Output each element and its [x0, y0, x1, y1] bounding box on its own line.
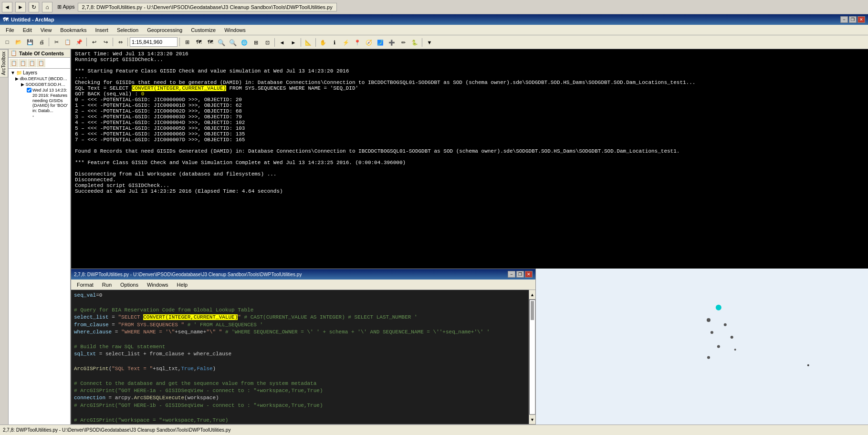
map-canvas[interactable] [536, 269, 868, 425]
tb-paste[interactable]: 📌 [74, 37, 84, 47]
tb-print[interactable]: 🖨 [36, 37, 47, 47]
tb-more[interactable]: ▼ [424, 37, 435, 48]
restore-button[interactable]: ❐ [849, 16, 857, 23]
python-code-editor[interactable]: seq_val=0 # Query for BIA Reservation Co… [71, 290, 529, 424]
tb-select1[interactable]: ⊞ [251, 37, 261, 48]
py-menu-options[interactable]: Options [116, 281, 142, 289]
tb-nav-fwd[interactable]: ► [288, 37, 299, 48]
tb-add-data[interactable]: ➕ [387, 37, 397, 48]
tb-pan[interactable]: ✋ [318, 37, 328, 48]
close-button[interactable]: ✕ [858, 16, 865, 23]
layer-checkbox[interactable] [27, 88, 31, 93]
map-dot-8[interactable] [807, 364, 809, 366]
tb-zoom-out[interactable]: 🔍 [228, 37, 238, 48]
scrollbar-down[interactable]: ▼ [529, 414, 535, 424]
home-button[interactable]: ⌂ [42, 2, 52, 12]
map-dot-6[interactable] [707, 356, 710, 359]
map-dot-cyan[interactable] [716, 305, 722, 311]
py-menu-run[interactable]: Run [98, 281, 115, 289]
tb-sep-5 [179, 38, 180, 46]
python-close[interactable]: ✕ [525, 271, 533, 278]
tb-zoom-in[interactable]: 🔍 [216, 37, 227, 48]
tb-globe[interactable]: 🌐 [239, 37, 250, 48]
scrollbar-up[interactable]: ▲ [529, 290, 535, 300]
menu-edit[interactable]: Edit [19, 26, 36, 34]
menu-file[interactable]: File [2, 26, 18, 34]
output-line-6: SQL Text = SELECT CONVERT(INTEGER,CURREN… [75, 85, 864, 91]
back-button[interactable]: ◄ [2, 2, 12, 12]
menu-insert[interactable]: Insert [91, 26, 112, 34]
scale-input[interactable] [130, 37, 178, 47]
menu-selection[interactable]: Selection [113, 26, 142, 34]
tb-python[interactable]: 🐍 [409, 37, 420, 48]
menu-bookmarks[interactable]: Bookmarks [56, 26, 90, 34]
toc-db-item[interactable]: ▶ dbo.DEFAULT (IBCDDCTBOGSQL01.bc.doi.ne… [10, 76, 69, 82]
scrollbar-thumb[interactable] [531, 301, 534, 320]
py-menu-windows[interactable]: Windows [143, 281, 172, 289]
tb-select2[interactable]: ⊡ [262, 37, 272, 48]
toc-sod-item[interactable]: ▶ SODGDBT.SOD.HS_Dams [10, 82, 69, 87]
map-dot-5[interactable] [717, 345, 720, 348]
python-minimize[interactable]: − [508, 271, 515, 278]
tb-identify[interactable]: ℹ [329, 37, 340, 48]
tb-new[interactable]: □ [2, 37, 12, 47]
code-line-13: # ArcGISPrint("workspace = "+workspace,T… [74, 417, 526, 424]
menu-geoprocessing[interactable]: Geoprocessing [143, 26, 186, 34]
toc-layers-item[interactable]: ▼ 📁 Layers [10, 70, 69, 76]
login-button[interactable]: 2,7,8: DWPToolUtilities.py - U:\Denver\I… [78, 3, 337, 11]
tb-flash[interactable]: ⚡ [341, 37, 351, 48]
code-line-10: # ArcGISPrint("GOT HERE-1a - GISIDSeqVie… [74, 387, 526, 394]
toc-btn-4[interactable]: 📋 [37, 59, 45, 67]
code-line-2: # Query for BIA Reservation Code from Gl… [74, 307, 526, 314]
python-restore[interactable]: ❐ [516, 271, 524, 278]
tb-editor[interactable]: ✏ [398, 37, 408, 48]
tb-directions[interactable]: 🧭 [364, 37, 374, 48]
tb-basemap[interactable]: 🗾 [375, 37, 386, 48]
browser-apps-label: ⊞ Apps [57, 4, 75, 10]
output-line-10: 2 – <<< -POTENTIAL-GSID: JIC000002D >>>,… [75, 108, 864, 114]
tb-arrows[interactable]: ⇔ [115, 37, 125, 47]
arcmap-window: 🗺 Untitled - ArcMap − ❐ ✕ File Edit View… [0, 14, 868, 435]
menu-customize[interactable]: Customize [187, 26, 220, 34]
output-line-16: Found 8 Records that need GISIDs Generat… [75, 148, 864, 154]
toc-title: Table Of Contents [19, 51, 64, 56]
tb-redo[interactable]: ↪ [100, 37, 111, 47]
tb-map2[interactable]: 🗺 [205, 37, 215, 47]
py-menu-help[interactable]: Help [173, 281, 192, 289]
minimize-button[interactable]: − [840, 16, 848, 23]
output-line-8: 0 – <<< -POTENTIAL-GSID: JIC000000D >>>,… [75, 97, 864, 103]
output-line-18: Disconnecting from all Workspace (databa… [75, 171, 864, 177]
tb-findplace[interactable]: 📍 [352, 37, 363, 48]
forward-button[interactable]: ► [15, 2, 26, 12]
refresh-button[interactable]: ↻ [29, 2, 39, 12]
map-dot-3[interactable] [711, 331, 713, 334]
py-menu-format[interactable]: Format [73, 281, 97, 289]
toc-btn-1[interactable]: 📋 [10, 59, 18, 67]
tb-nav-back[interactable]: ◄ [277, 37, 287, 48]
tb-map1[interactable]: 🗺 [193, 37, 204, 47]
tb-open[interactable]: 📂 [13, 37, 24, 47]
toc-btn-2[interactable]: 📋 [19, 59, 27, 67]
toc-btn-3[interactable]: 📋 [28, 59, 36, 67]
toc-layer-item[interactable]: Wed Jul 13 14:23:20 2016: Features needi… [10, 87, 69, 114]
map-dot-2[interactable] [724, 323, 727, 326]
python-scrollbar[interactable]: ▲ ▼ [529, 290, 535, 424]
map-dot-4[interactable] [731, 336, 733, 339]
tb-cut[interactable]: ✂ [51, 37, 62, 47]
map-dot-7[interactable] [734, 349, 736, 351]
tb-undo[interactable]: ↩ [89, 37, 99, 47]
menu-windows[interactable]: Windows [220, 26, 250, 34]
tb-fullextent[interactable]: ⊞ [182, 37, 192, 47]
code-line-5: where_clause = "WHERE NAME = '\"+seq_nam… [74, 329, 526, 336]
tb-measure[interactable]: 📐 [303, 37, 314, 48]
tb-copy[interactable]: 📋 [63, 37, 73, 47]
menu-view[interactable]: View [37, 26, 56, 34]
arctoolbox-tab[interactable]: ArcToolbox [0, 49, 8, 77]
tb-sep-3 [113, 38, 113, 46]
status-text: 2,7,8: DWPToolUtilities.py - U:\Denver\I… [3, 427, 230, 433]
output-line-7: GOT BACK (seq_val) : 0 [75, 91, 864, 97]
arcmap-title-bar: 🗺 Untitled - ArcMap − ❐ ✕ [0, 14, 868, 25]
map-dot-1[interactable] [707, 318, 711, 322]
tb-save[interactable]: 💾 [25, 37, 35, 47]
code-line-6: # Build the raw SQL statement [74, 343, 526, 351]
